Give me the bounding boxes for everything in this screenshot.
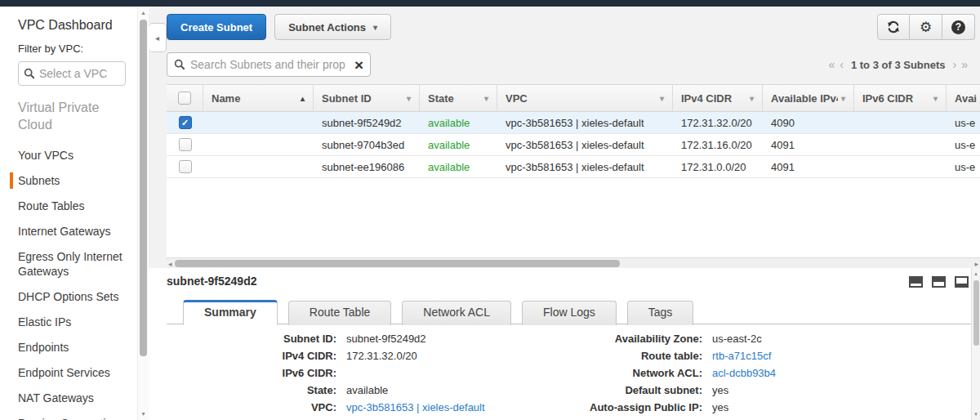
tab-route-table[interactable]: Route Table <box>288 301 391 325</box>
column-header-ipv6-cidr[interactable]: IPv6 CIDR ▾ <box>854 85 947 111</box>
search-input[interactable] <box>190 58 354 71</box>
subnet-actions-button[interactable]: Subnet Actions ▾ <box>274 14 391 40</box>
sidebar-item-elastic-ips[interactable]: Elastic IPs <box>18 315 137 329</box>
column-header-vpc[interactable]: VPC ▾ <box>497 85 673 111</box>
sidebar-scrollbar[interactable]: ▴ ▾ <box>137 7 149 420</box>
refresh-button[interactable] <box>877 14 910 40</box>
available-ipv4-cell: 4091 <box>763 161 854 173</box>
table-row[interactable]: subnet-9704b3ed available vpc-3b581653 |… <box>167 134 980 156</box>
vertical-scrollbar-thumb[interactable] <box>973 280 979 346</box>
select-all-checkbox[interactable] <box>178 92 191 105</box>
field-label: Availability Zone: <box>526 333 702 345</box>
row-checkbox[interactable] <box>179 138 192 151</box>
table-row[interactable]: subnet-ee196086 available vpc-3b581653 |… <box>167 156 980 178</box>
field-label: VPC: <box>167 401 336 413</box>
filter-by-vpc-label: Filter by VPC: <box>18 42 137 55</box>
field-label: Network ACL: <box>526 367 702 379</box>
next-page-icon[interactable]: › <box>953 58 957 71</box>
search-icon <box>24 68 35 79</box>
route-table-link[interactable]: rtb-a71c15cf <box>702 350 771 362</box>
vpc-cell: vpc-3b581653 | xieles-default <box>497 117 673 129</box>
column-header-name[interactable]: Name ▴ <box>203 85 314 111</box>
state-cell: available <box>420 161 497 173</box>
sidebar-item-label: NAT Gateways <box>18 391 94 404</box>
toolbar: Create Subnet Subnet Actions ▾ ⚙ <box>167 14 980 40</box>
ipv4-cidr-cell: 172.31.16.0/20 <box>673 139 763 151</box>
half-pane-icon[interactable] <box>932 276 946 288</box>
sidebar-item-dhcp-options-sets[interactable]: DHCP Options Sets <box>18 289 137 304</box>
column-label: State <box>428 92 454 105</box>
row-checkbox[interactable] <box>179 160 192 173</box>
pane-size-controls <box>909 276 969 288</box>
vpc-link[interactable]: vpc-3b581653 | xieles-default <box>336 401 485 413</box>
state-cell: available <box>420 139 497 151</box>
settings-button[interactable]: ⚙ <box>910 14 942 40</box>
field-value: yes <box>702 384 728 396</box>
column-header-availability-zone[interactable]: Avai <box>947 85 980 111</box>
detail-vertical-scrollbar[interactable]: ▴ ▾ <box>971 268 980 420</box>
help-button[interactable]: ? <box>942 14 975 40</box>
sidebar-item-label: Endpoints <box>18 341 69 354</box>
column-header-subnet-id[interactable]: Subnet ID ▾ <box>314 85 420 111</box>
sidebar-item-your-vpcs[interactable]: Your VPCs <box>18 148 137 163</box>
column-header-state[interactable]: State ▾ <box>420 85 497 111</box>
tab-flow-logs[interactable]: Flow Logs <box>522 301 617 325</box>
availability-zone-cell: us-e <box>947 139 980 151</box>
state-cell: available <box>420 117 497 129</box>
scroll-down-icon[interactable]: ▾ <box>972 411 980 418</box>
chevron-down-icon: ▾ <box>407 94 411 103</box>
field-label: Route table: <box>526 350 702 362</box>
tab-network-acl[interactable]: Network ACL <box>402 301 511 325</box>
vpc-filter-select[interactable]: Select a VPC <box>18 61 126 86</box>
sidebar-item-route-tables[interactable]: Route Tables <box>18 199 137 213</box>
toolbar-icon-group: ⚙ ? <box>877 14 975 40</box>
column-label: IPv4 CIDR <box>681 92 732 105</box>
horizontal-scrollbar-thumb[interactable] <box>175 260 620 267</box>
scroll-up-icon[interactable]: ▴ <box>138 9 149 16</box>
sidebar-item-internet-gateways[interactable]: Internet Gateways <box>18 224 137 239</box>
minimize-pane-icon[interactable] <box>909 276 923 288</box>
tab-tags[interactable]: Tags <box>627 301 694 325</box>
sidebar-item-subnets[interactable]: Subnets <box>18 173 137 188</box>
sidebar-item-label: Egress Only Internet Gateways <box>18 250 122 278</box>
scroll-up-icon[interactable]: ▴ <box>972 270 980 277</box>
maximize-pane-icon[interactable] <box>955 276 969 288</box>
sidebar-item-egress-only-internet-gateways[interactable]: Egress Only Internet Gateways <box>18 249 137 279</box>
vpc-cell: vpc-3b581653 | xieles-default <box>497 161 673 173</box>
prev-page-icon[interactable]: ‹ <box>840 58 844 71</box>
sidebar-scrollbar-thumb[interactable] <box>140 20 147 356</box>
table-horizontal-scrollbar[interactable]: ◂ ▸ <box>167 257 980 268</box>
sidebar-item-nat-gateways[interactable]: NAT Gateways <box>18 391 137 405</box>
chevron-down-icon: ▾ <box>841 94 845 103</box>
field-label: IPv6 CIDR: <box>167 367 336 379</box>
ipv4-cidr-cell: 172.31.32.0/20 <box>673 117 763 129</box>
field-value: subnet-9f5249d2 <box>336 333 426 345</box>
subnet-id-cell: subnet-9f5249d2 <box>314 117 420 129</box>
active-item-marker <box>10 172 13 189</box>
sidebar-collapse-button[interactable]: ◂ <box>149 23 167 52</box>
search-box: × <box>167 52 371 77</box>
row-checkbox[interactable]: ✓ <box>179 116 192 129</box>
pagination: « ‹ 1 to 3 of 3 Subnets › » <box>826 58 970 71</box>
tab-summary[interactable]: Summary <box>183 300 278 325</box>
create-subnet-button[interactable]: Create Subnet <box>167 14 266 40</box>
sidebar-item-endpoints[interactable]: Endpoints <box>18 340 137 355</box>
sort-asc-icon: ▴ <box>301 94 305 103</box>
help-icon: ? <box>951 20 965 34</box>
scroll-down-icon[interactable]: ▾ <box>138 410 149 418</box>
field-value: 172.31.32.0/20 <box>336 350 417 362</box>
table-row[interactable]: ✓ subnet-9f5249d2 available vpc-3b581653… <box>167 112 980 134</box>
sidebar-item-peering-connections[interactable]: Peering Connections <box>18 416 137 420</box>
chevron-down-icon: ▾ <box>484 94 488 103</box>
last-page-icon[interactable]: » <box>961 58 968 71</box>
gear-icon: ⚙ <box>920 19 932 36</box>
search-row: × « ‹ 1 to 3 of 3 Subnets › » <box>167 52 980 77</box>
column-header-available-ipv4[interactable]: Available IPv4 A ▾ <box>763 85 854 111</box>
chevron-down-icon: ▾ <box>933 94 938 103</box>
summary-right-column: Availability Zone:us-east-2c Route table… <box>526 330 776 416</box>
sidebar-item-endpoint-services[interactable]: Endpoint Services <box>18 365 137 380</box>
first-page-icon[interactable]: « <box>828 58 835 71</box>
column-header-ipv4-cidr[interactable]: IPv4 CIDR ▾ <box>673 85 763 111</box>
network-acl-link[interactable]: acl-dcbb93b4 <box>702 367 776 379</box>
clear-search-icon[interactable]: × <box>354 57 363 73</box>
